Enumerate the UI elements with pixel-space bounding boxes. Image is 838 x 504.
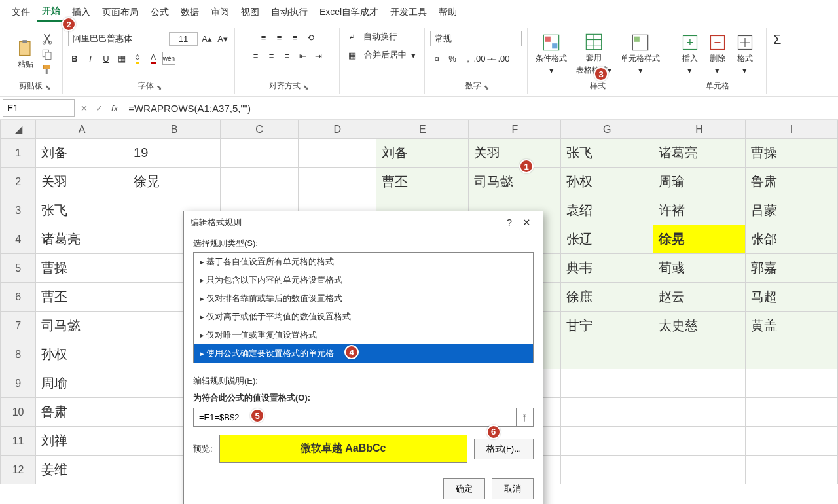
cancel-button[interactable]: 取消	[492, 478, 534, 499]
cancel-icon[interactable]: ✕	[79, 103, 90, 113]
cell-G12[interactable]	[561, 456, 653, 484]
border-button[interactable]: ▦	[115, 52, 128, 65]
align-top-icon[interactable]: ≡	[257, 31, 270, 44]
cell-A4[interactable]: 诸葛亮	[36, 225, 128, 254]
paste-button[interactable]: 粘贴	[14, 38, 37, 71]
rule-type-5[interactable]: 使用公式确定要设置格式的单元格 4	[194, 344, 533, 363]
cell-G4[interactable]: 张辽	[561, 225, 653, 254]
number-launcher[interactable]: ⬊	[484, 84, 489, 91]
cell-B2[interactable]: 徐晃	[128, 168, 221, 196]
merge-center-button[interactable]: ▦ 合并后居中 ▾	[348, 49, 416, 61]
italic-button[interactable]: I	[84, 52, 97, 65]
format-button[interactable]: 6 格式(F)...	[474, 439, 534, 459]
font-name-combo[interactable]: 阿里巴巴普惠体	[68, 31, 166, 46]
underline-button[interactable]: U	[100, 52, 113, 65]
align-center-icon[interactable]: ≡	[265, 49, 278, 62]
menu-file[interactable]: 文件	[7, 4, 35, 21]
cell-G5[interactable]: 典韦	[561, 254, 653, 283]
cell-A7[interactable]: 司马懿	[36, 312, 128, 340]
cell-F2[interactable]: 司马懿	[469, 168, 561, 196]
cell-C2[interactable]	[221, 168, 299, 196]
range-picker-icon[interactable]: ⭱	[516, 408, 533, 426]
cell-H10[interactable]	[653, 398, 746, 427]
row-header[interactable]: 9	[1, 369, 36, 398]
cut-icon[interactable]	[41, 33, 53, 45]
cell-G9[interactable]	[561, 369, 653, 398]
cell-I4[interactable]: 张郃	[746, 225, 838, 254]
menu-home[interactable]: 开始	[37, 3, 65, 22]
cell-G8[interactable]	[561, 340, 653, 369]
menu-formula[interactable]: 公式	[145, 4, 174, 21]
cell-I11[interactable]	[746, 427, 838, 456]
align-launcher[interactable]: ⬊	[303, 84, 308, 91]
cell-I3[interactable]: 吕蒙	[746, 196, 838, 225]
col-C[interactable]: C	[221, 120, 299, 139]
cell-G3[interactable]: 袁绍	[561, 196, 653, 225]
cell-E1[interactable]: 刘备	[376, 139, 469, 168]
bold-button[interactable]: B	[68, 52, 81, 65]
increase-decimal-icon[interactable]: .00→	[477, 52, 490, 65]
rule-type-0[interactable]: 基于各自值设置所有单元格的格式	[194, 253, 533, 271]
rule-type-list[interactable]: 基于各自值设置所有单元格的格式 只为包含以下内容的单元格设置格式 仅对排名靠前或…	[193, 252, 534, 363]
menu-layout[interactable]: 页面布局	[97, 4, 144, 21]
cell-styles-button[interactable]: 单元格样式▾	[618, 32, 663, 77]
format-cells-button[interactable]: 格式▾	[733, 32, 757, 77]
menu-data[interactable]: 数据	[175, 4, 204, 21]
comma-icon[interactable]: ,	[462, 52, 475, 65]
cell-H4[interactable]: 徐晃	[653, 225, 746, 254]
row-header[interactable]: 7	[1, 312, 36, 340]
cell-D1[interactable]	[299, 139, 376, 168]
cell-H8[interactable]	[653, 340, 746, 369]
row-header[interactable]: 8	[1, 340, 36, 369]
cell-A5[interactable]: 曹操	[36, 254, 128, 283]
rule-type-1[interactable]: 只为包含以下内容的单元格设置格式	[194, 271, 533, 289]
rule-formula-input[interactable]	[194, 408, 516, 426]
increase-font-icon[interactable]: A▴	[200, 32, 213, 45]
indent-increase-icon[interactable]: ⇥	[312, 49, 325, 62]
cell-I7[interactable]: 黄盖	[746, 312, 838, 340]
row-header[interactable]: 11	[1, 427, 36, 456]
cell-I12[interactable]	[746, 456, 838, 484]
rule-type-3[interactable]: 仅对高于或低于平均值的数值设置格式	[194, 308, 533, 326]
cell-G7[interactable]: 甘宁	[561, 312, 653, 340]
fill-color-button[interactable]: ◊	[131, 52, 144, 65]
currency-icon[interactable]: ¤	[430, 52, 443, 65]
menu-excelself[interactable]: Excel自学成才	[314, 4, 384, 21]
cell-I5[interactable]: 郭嘉	[746, 254, 838, 283]
col-E[interactable]: E	[376, 120, 469, 139]
enter-icon[interactable]: ✓	[94, 103, 105, 113]
rule-formula-field[interactable]: ⭱ 5	[193, 408, 534, 427]
phonetic-button[interactable]: wén	[162, 52, 175, 65]
cell-I2[interactable]: 鲁肃	[746, 168, 838, 196]
menu-auto[interactable]: 自动执行	[266, 4, 313, 21]
cell-G1[interactable]: 张飞	[561, 139, 653, 168]
cell-F1[interactable]: 关羽	[469, 139, 561, 168]
number-format-combo[interactable]: 常规	[430, 31, 522, 46]
font-launcher[interactable]: ⬊	[156, 84, 162, 91]
font-color-button[interactable]: A	[147, 52, 160, 65]
menu-view[interactable]: 视图	[236, 4, 264, 21]
font-size-combo[interactable]: 11	[169, 32, 198, 46]
cell-H2[interactable]: 周瑜	[653, 168, 746, 196]
cell-B1[interactable]: 19	[128, 139, 221, 168]
cell-H11[interactable]	[653, 427, 746, 456]
menu-review[interactable]: 审阅	[206, 4, 234, 21]
col-G[interactable]: G	[561, 120, 653, 139]
row-header[interactable]: 2	[1, 168, 36, 196]
align-bottom-icon[interactable]: ≡	[289, 31, 302, 44]
insert-cells-button[interactable]: + 插入▾	[678, 32, 702, 77]
delete-cells-button[interactable]: − 删除▾	[706, 32, 729, 77]
cell-A2[interactable]: 关羽	[36, 168, 128, 196]
cell-A8[interactable]: 孙权	[36, 340, 128, 369]
col-B[interactable]: B	[128, 120, 221, 139]
cell-C1[interactable]	[221, 139, 299, 168]
align-left-icon[interactable]: ≡	[249, 49, 263, 62]
formula-input[interactable]: =WRAPROWS(A1:A37,5,"")	[124, 100, 835, 117]
cell-E2[interactable]: 曹丕	[376, 168, 469, 196]
menu-help[interactable]: 帮助	[433, 4, 462, 21]
row-header[interactable]: 5	[1, 254, 36, 283]
col-A[interactable]: A	[36, 120, 128, 139]
cell-I8[interactable]	[746, 340, 838, 369]
cell-I10[interactable]	[746, 398, 838, 427]
cell-I6[interactable]: 马超	[746, 283, 838, 312]
